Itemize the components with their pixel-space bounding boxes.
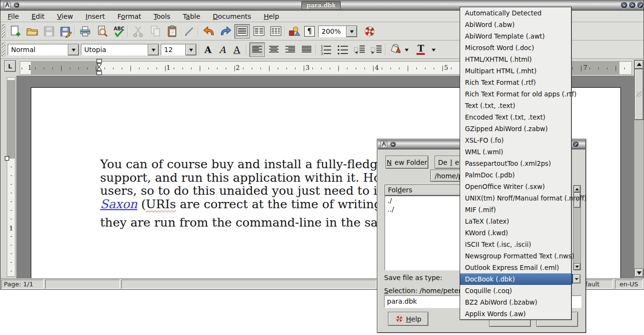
text-color-dropdown[interactable] [430,44,438,55]
font-dropdown-button[interactable] [148,44,159,55]
align-left-button[interactable] [249,42,265,57]
folders-list[interactable]: ./../ [385,196,463,270]
file-type-option[interactable]: Multipart HTML (.mht) [460,65,571,77]
decrease-indent-button[interactable] [352,43,367,56]
menu-table[interactable]: Table [181,12,202,21]
toolbar-grip[interactable] [1,42,5,56]
maximize-button[interactable] [629,1,636,9]
file-type-option[interactable]: Applix Words (.aw) [460,308,571,320]
new-document-button[interactable] [8,25,23,38]
numbered-list-button[interactable]: 123 [319,43,333,56]
stylus-button[interactable] [182,25,196,38]
file-type-option[interactable]: BZ2 AbiWord (.bzabw) [460,296,571,308]
view-normal-button[interactable] [234,24,250,39]
dialog-help-button[interactable]: Help [388,312,428,326]
highlight-color-dropdown[interactable] [403,44,411,55]
file-type-option[interactable]: MIF (.mif) [460,204,571,215]
menu-insert[interactable]: Insert [84,12,106,21]
paste-button[interactable] [165,25,180,38]
indent-markers[interactable] [96,59,103,78]
file-type-option[interactable]: Text (.txt, .text) [460,100,571,111]
menu-documents[interactable]: Documents [211,12,253,21]
folder-list-item[interactable]: ./ [385,196,462,205]
menu-view[interactable]: View [56,12,75,21]
status-language-indicator[interactable]: en-US [615,280,643,289]
folders-list-header[interactable]: Folders [385,185,463,196]
spellcheck-button[interactable]: ABC [112,25,126,38]
file-type-option[interactable]: Outlook Express Email (.eml) [460,262,571,273]
show-formatting-marks-button[interactable]: ¶ [303,25,316,38]
menu-file[interactable]: File [6,12,20,21]
file-type-option[interactable]: UNIX(tm) Nroff/Manual format (.nroff) [460,192,571,204]
file-type-option[interactable]: PassepartoutToo (.xml2ps) [460,158,571,169]
open-file-button[interactable] [25,25,39,38]
view-three-column-button[interactable] [269,25,283,38]
view-two-column-button[interactable] [252,25,266,38]
document-scrollbar[interactable] [634,60,644,278]
dialog-close-button[interactable] [572,141,579,147]
copy-button[interactable] [148,25,163,38]
cut-button[interactable] [131,25,146,38]
save-as-button[interactable] [59,25,73,38]
scroll-down-button[interactable] [634,268,644,277]
insert-symbol-button[interactable] [287,25,302,38]
menu-edit[interactable]: Edit [30,12,46,21]
align-center-button[interactable] [267,43,281,56]
folder-list-item[interactable]: ../ [385,205,462,214]
file-type-option[interactable]: Automatically Detected [460,7,571,19]
file-type-option[interactable]: GZipped AbiWord (.zabw) [460,123,571,134]
window-menu-button[interactable] [13,2,20,8]
redo-button[interactable] [219,25,233,38]
font-size-dropdown-button[interactable] [185,44,196,55]
file-type-option[interactable]: Rich Text Format for old apps (.rtf) [460,88,571,100]
menu-format[interactable]: Format [116,12,142,21]
scrollbar-thumb[interactable] [634,69,644,120]
file-type-option[interactable]: Microsoft Word (.doc) [460,42,571,54]
close-button[interactable] [637,1,644,9]
italic-button[interactable]: A [216,43,229,56]
text-color-button[interactable]: T [413,43,428,56]
file-type-option[interactable]: PalmDoc (.pdb) [460,169,571,181]
vruler-margin-marker[interactable] [5,156,9,161]
file-type-option[interactable]: OpenOffice Writer (.sxw) [460,181,571,192]
style-dropdown-button[interactable] [68,44,79,55]
highlight-color-button[interactable] [388,43,403,56]
font-select[interactable]: Utopia [81,44,148,55]
file-type-dropdown-button[interactable] [573,274,580,283]
zoom-dropdown-button[interactable] [346,26,357,37]
file-type-option[interactable]: ISCII Text (.isc, .iscii) [460,239,571,250]
file-type-option[interactable]: Coquille (.coq) [460,285,571,296]
menu-help[interactable]: Help [262,12,281,21]
increase-indent-button[interactable] [369,43,384,56]
window-menu-button[interactable] [390,141,396,147]
zoom-input[interactable]: 200% [318,26,346,37]
file-type-option[interactable]: LaTeX (.latex) [460,215,571,227]
file-type-option[interactable]: HTML/XHTML (.html) [460,54,571,65]
file-type-option[interactable]: AbiWord (.abw) [460,19,571,30]
file-type-option[interactable]: Newsgroup Formatted Text (.nws) [460,250,571,262]
align-right-button[interactable] [283,43,297,56]
print-preview-button[interactable] [95,25,109,38]
file-type-option[interactable]: Encoded Text (.txt, .text) [460,111,571,123]
bulleted-list-button[interactable] [335,43,350,56]
scroll-up-button[interactable] [574,186,580,192]
style-select[interactable]: Normal [8,44,68,55]
file-type-option[interactable]: XSL-FO (.fo) [460,134,571,146]
minimize-button[interactable] [620,1,628,9]
file-type-option[interactable]: KWord (.kwd) [460,227,571,239]
tab-stop-selector[interactable]: L [4,60,16,72]
align-justify-button[interactable] [299,43,314,56]
file-type-option[interactable]: Rich Text Format (.rtf) [460,77,571,88]
scroll-up-button[interactable] [634,60,644,69]
font-size-select[interactable]: 12 [161,44,185,55]
menu-tools[interactable]: Tools [152,12,172,21]
file-type-option[interactable]: WML (.wml) [460,146,571,158]
help-button[interactable] [362,25,377,38]
undo-button[interactable] [202,25,216,38]
file-type-option[interactable]: AbiWord Template (.awt) [460,30,571,42]
save-button[interactable] [42,25,56,38]
scroll-down-button[interactable] [574,263,580,270]
print-button[interactable] [78,25,92,38]
bold-button[interactable]: A [202,43,214,56]
underline-button[interactable]: A [231,43,243,56]
